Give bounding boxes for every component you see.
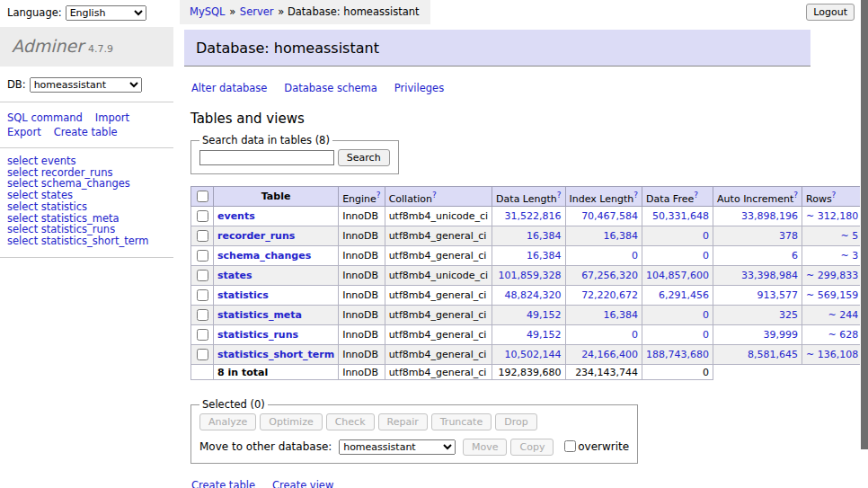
database-link[interactable]: Database schema	[284, 82, 376, 94]
sidebar-action-link[interactable]: Import	[95, 111, 129, 124]
data-free-link[interactable]: 104,857,600	[646, 270, 709, 281]
search-input[interactable]	[199, 150, 334, 165]
table-name-link[interactable]: statistics_short_term	[217, 349, 334, 360]
data-length-link[interactable]: 31,522,816	[505, 210, 562, 222]
database-link[interactable]: Alter database	[191, 82, 267, 94]
table-name-link[interactable]: events	[217, 210, 255, 222]
rows-link[interactable]: ~ 136,108	[806, 349, 858, 360]
row-checkbox[interactable]	[197, 309, 208, 321]
rows-link[interactable]: ~ 5	[840, 230, 858, 242]
index-length-link[interactable]: 16,384	[604, 309, 639, 321]
row-checkbox[interactable]	[197, 210, 208, 222]
sidebar-table-link[interactable]: select events	[7, 155, 173, 167]
index-length-link[interactable]: 0	[632, 250, 638, 262]
table-name-link[interactable]: recorder_runs	[217, 230, 295, 242]
auto-increment-link[interactable]: 325	[779, 309, 798, 321]
overwrite-checkbox[interactable]	[564, 440, 576, 452]
rows-link[interactable]: ~ 244	[828, 309, 858, 321]
help-link[interactable]: ?	[557, 191, 562, 200]
optimize-button[interactable]: Optimize	[260, 413, 322, 430]
scrollbar-track[interactable]	[860, 0, 868, 488]
drop-button[interactable]: Drop	[495, 413, 536, 430]
main-content: MySQL » Server » Database: homeassistant…	[180, 0, 810, 488]
create-link[interactable]: Create view	[272, 479, 333, 488]
row-checkbox[interactable]	[197, 289, 208, 301]
auto-increment-link[interactable]: 39,999	[764, 329, 799, 341]
move-button[interactable]: Move	[463, 439, 508, 456]
rows-link[interactable]: ~ 3	[840, 250, 858, 262]
rows-link[interactable]: ~ 299,833	[806, 270, 858, 281]
help-link[interactable]: ?	[832, 191, 837, 200]
overwrite-label[interactable]: overwrite	[561, 440, 629, 453]
table-name-link[interactable]: statistics_runs	[217, 329, 298, 341]
rows-link[interactable]: ~ 312,180	[806, 210, 858, 222]
row-checkbox[interactable]	[197, 349, 208, 360]
data-length-link[interactable]: 49,152	[527, 329, 562, 341]
auto-increment-link[interactable]: 33,898,196	[741, 210, 798, 222]
db-select[interactable]: homeassistant	[30, 77, 142, 93]
analyze-button[interactable]: Analyze	[199, 413, 256, 430]
auto-increment-link[interactable]: 8,581,645	[748, 349, 798, 360]
data-length-link[interactable]: 10,502,144	[505, 349, 562, 360]
data-free-link[interactable]: 0	[703, 230, 709, 242]
data-length-link[interactable]: 101,859,328	[499, 270, 562, 281]
check-button[interactable]: Check	[326, 413, 375, 430]
data-length-link[interactable]: 16,384	[527, 250, 562, 262]
sidebar-table-link[interactable]: select statistics_short_term	[7, 235, 173, 247]
index-length-link[interactable]: 67,256,320	[581, 270, 638, 281]
data-free-link[interactable]: 6,291,456	[659, 289, 709, 301]
rows-link[interactable]: ~ 628	[828, 329, 858, 341]
create-link[interactable]: Create table	[191, 479, 255, 488]
index-length-link[interactable]: 16,384	[604, 230, 639, 242]
sidebar-action-link[interactable]: Create table	[54, 126, 118, 138]
data-free-link[interactable]: 50,331,648	[652, 210, 709, 222]
sidebar-table-link[interactable]: select states	[7, 190, 173, 201]
row-checkbox[interactable]	[197, 250, 208, 262]
row-checkbox[interactable]	[197, 329, 208, 341]
table-row: statistics_short_termInnoDButf8mb4_gener…	[191, 345, 868, 365]
row-checkbox[interactable]	[197, 270, 208, 281]
help-link[interactable]: ?	[694, 191, 698, 200]
index-length-link[interactable]: 72,220,672	[581, 289, 638, 301]
copy-button[interactable]: Copy	[510, 439, 554, 456]
data-length-link[interactable]: 49,152	[527, 309, 562, 321]
language-select[interactable]: English	[66, 5, 146, 21]
search-button[interactable]: Search	[338, 149, 390, 166]
table-name-link[interactable]: statistics	[217, 289, 269, 301]
sidebar-action-link[interactable]: SQL command	[7, 111, 83, 124]
index-length-cell: 72,220,672	[565, 286, 642, 306]
help-link[interactable]: ?	[376, 191, 381, 200]
table-name-link[interactable]: states	[217, 270, 252, 281]
row-checkbox[interactable]	[197, 230, 208, 242]
auto-increment-link[interactable]: 378	[779, 230, 798, 242]
index-length-link[interactable]: 24,166,400	[581, 349, 638, 360]
table-name-link[interactable]: statistics_meta	[217, 309, 302, 321]
move-db-select[interactable]: homeassistant	[339, 439, 456, 455]
data-length-link[interactable]: 48,824,320	[505, 289, 562, 301]
select-all-checkbox[interactable]	[197, 191, 208, 202]
index-length-link[interactable]: 70,467,584	[581, 210, 638, 222]
data-free-link[interactable]: 0	[703, 309, 709, 321]
index-length-link[interactable]: 0	[632, 329, 638, 341]
scrollbar-thumb[interactable]	[861, 0, 868, 449]
logout-button[interactable]: Logout	[806, 4, 855, 21]
data-free-link[interactable]: 188,743,680	[646, 349, 709, 360]
sidebar-action-link[interactable]: Export	[7, 126, 41, 138]
auto-increment-link[interactable]: 33,398,984	[741, 270, 798, 281]
help-link[interactable]: ?	[793, 191, 798, 200]
data-length-link[interactable]: 16,384	[527, 230, 562, 242]
data-free-link[interactable]: 0	[703, 250, 709, 262]
database-link[interactable]: Privileges	[394, 82, 444, 94]
sidebar-table-link[interactable]: select statistics	[7, 201, 173, 213]
auto-increment-link[interactable]: 913,577	[757, 289, 799, 301]
help-link[interactable]: ?	[432, 191, 437, 200]
data-free-link[interactable]: 0	[703, 329, 709, 341]
repair-button[interactable]: Repair	[378, 413, 428, 430]
help-link[interactable]: ?	[633, 191, 638, 200]
table-name-link[interactable]: schema_changes	[217, 250, 311, 262]
truncate-button[interactable]: Truncate	[431, 413, 492, 430]
breadcrumb-link[interactable]: Server	[240, 5, 274, 18]
rows-link[interactable]: ~ 569,159	[806, 289, 858, 301]
auto-increment-link[interactable]: 6	[792, 250, 798, 262]
breadcrumb-link[interactable]: MySQL	[190, 5, 226, 18]
